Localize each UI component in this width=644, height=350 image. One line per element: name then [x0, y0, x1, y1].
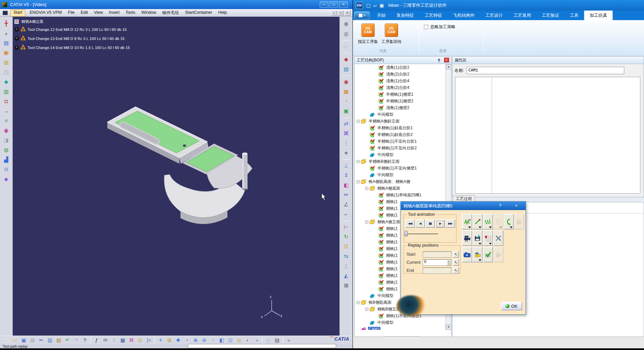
mdi-minimize-button[interactable]: –: [331, 10, 337, 15]
tree-item[interactable]: 半精铣(1)不定向台阶2: [355, 145, 446, 151]
tree-item[interactable]: 中间模型: [355, 171, 446, 178]
doc-icon[interactable]: ▯: [341, 261, 351, 270]
spinner-control[interactable]: ▲▼: [447, 260, 451, 265]
pick-position-button[interactable]: ↖: [453, 267, 459, 274]
stock-blocks-icon[interactable]: ▦: [341, 87, 351, 96]
panel-close-icon[interactable]: ×: [444, 58, 449, 62]
tree-item[interactable]: 精铣(1)单纯底凹槽1: [355, 192, 446, 198]
cut-icon[interactable]: ✂: [37, 336, 46, 344]
tree-item[interactable]: 半精铣(1)侧壁2: [355, 98, 446, 104]
catalog-book-icon[interactable]: ▣: [341, 106, 351, 115]
scale-icon[interactable]: ⇕: [341, 171, 351, 180]
half-box-icon[interactable]: ◨: [2, 136, 11, 145]
transfer-icon[interactable]: ⇄: [341, 119, 351, 128]
tab-工艺设计[interactable]: 工艺设计: [480, 11, 508, 20]
time-analysis-icon[interactable]: ◔: [341, 97, 351, 106]
catia-titlebar[interactable]: CATIA V5 - [Video] – □ ×: [0, 0, 353, 9]
tree-item-tool-change[interactable]: +Tool Change.13 End Mill D 8 Rc 3 L 100 …: [15, 34, 130, 43]
pan-icon[interactable]: ✚: [174, 336, 182, 344]
dropdown-arrow-icon[interactable]: [489, 243, 492, 245]
tab-加工仿真[interactable]: 加工仿真: [584, 10, 613, 20]
tab-开始[interactable]: 开始: [372, 11, 391, 20]
tree-item[interactable]: −半精铣B侧斜立面: [355, 158, 446, 165]
render-style-2-icon[interactable]: ◑: [252, 336, 261, 344]
undo-icon[interactable]: ↶: [63, 336, 72, 344]
menu-item-Insert[interactable]: Insert: [106, 9, 122, 16]
tree-item[interactable]: 清角(1)台阶2: [355, 64, 446, 71]
mdi-restore-button[interactable]: □: [338, 10, 344, 15]
save-doc-icon[interactable]: ▣: [378, 2, 385, 9]
tool-options-icon[interactable]: ◎: [341, 29, 351, 38]
video-record-icon[interactable]: [462, 230, 472, 246]
chat-icon[interactable]: ✉: [101, 336, 110, 344]
open-folder-icon[interactable]: ▱: [11, 336, 19, 344]
command-input[interactable]: [188, 344, 336, 348]
menu-item-Window[interactable]: Window: [138, 9, 159, 16]
opset-writeback-button[interactable]: UG CAM 工序集回传: [380, 22, 402, 51]
tool-cross-icon[interactable]: [493, 230, 503, 246]
fly-mode-icon[interactable]: ✈: [156, 336, 165, 344]
tray-icon[interactable]: ▥: [2, 87, 11, 96]
tab-复杂特征[interactable]: 复杂特征: [391, 11, 419, 20]
wheel-icon[interactable]: ◉: [2, 126, 11, 135]
update-icon[interactable]: ↻: [341, 232, 351, 241]
lock-icon[interactable]: Ω: [136, 336, 145, 344]
dropdown-arrow-icon[interactable]: [468, 227, 471, 228]
save-check-icon[interactable]: [483, 247, 493, 262]
menu-item-File[interactable]: File: [65, 9, 77, 16]
scroll-down-arrow[interactable]: ▼: [446, 324, 451, 330]
table-icon[interactable]: ▤: [273, 336, 281, 344]
pin-icon[interactable]: [437, 58, 441, 62]
animation-slider-track[interactable]: [406, 234, 438, 234]
gearbox-icon[interactable]: ⊠: [341, 281, 351, 290]
toolpath-zigzag-icon[interactable]: [462, 214, 472, 230]
scroll-up-arrow[interactable]: ▲: [446, 64, 451, 69]
grid-icon[interactable]: ▦: [118, 336, 127, 344]
tree-item[interactable]: 清角(1)侧壁2: [355, 104, 446, 111]
tree-item[interactable]: −精铣A侧底面: [355, 185, 446, 192]
copy-icon[interactable]: ▥: [46, 336, 54, 344]
tree-item[interactable]: 中间模型: [355, 151, 446, 158]
fit-all-icon[interactable]: ⊞: [165, 336, 174, 344]
struct-icon[interactable]: ⊢: [341, 222, 351, 232]
close-button[interactable]: ×: [339, 1, 348, 8]
name-input[interactable]: [467, 67, 624, 74]
field-input-start[interactable]: [423, 251, 451, 258]
stack-icon[interactable]: ≡: [2, 116, 11, 125]
new-doc-icon[interactable]: ▢: [365, 2, 372, 9]
menu-item-StartContainer[interactable]: StartContainer: [182, 9, 215, 16]
diamond-tool-icon[interactable]: ◆: [2, 77, 11, 86]
assign-opset-button[interactable]: UG CAM 指定工序集: [357, 22, 379, 51]
minimize-button[interactable]: –: [320, 1, 328, 8]
rotate-icon[interactable]: ◔: [182, 336, 191, 344]
axis-plane-icon[interactable]: ⊥: [341, 161, 351, 170]
redo-icon[interactable]: ↷: [72, 336, 80, 344]
save-icon[interactable]: ▣: [19, 336, 28, 344]
dialog-close-button[interactable]: ×: [513, 203, 520, 209]
arrow-op-icon[interactable]: →: [2, 106, 11, 115]
dropdown-arrow-icon[interactable]: [479, 227, 481, 228]
tree-item[interactable]: 中间模型: [355, 111, 446, 118]
tree-item[interactable]: 半精铣(1)不定向侧壁1: [355, 165, 446, 171]
checkbox-box[interactable]: [424, 25, 428, 29]
iso-view-icon[interactable]: ⊡: [226, 336, 235, 344]
tree-expander[interactable]: −: [357, 160, 360, 163]
box-icon[interactable]: ◳: [2, 67, 11, 77]
chart-icon[interactable]: ▟: [2, 155, 11, 164]
tree-item[interactable]: 中间模型: [355, 319, 446, 326]
tab-process[interactable]: 工艺过程: [453, 195, 475, 202]
toolpath-loop-icon[interactable]: [503, 214, 514, 230]
paste-icon[interactable]: ▧: [54, 336, 63, 344]
ignore-strategy-checkbox[interactable]: 忽略加工策略: [424, 24, 455, 30]
machine-op-icon[interactable]: ◆: [341, 55, 351, 64]
tab-工艺验证[interactable]: 工艺验证: [536, 11, 565, 20]
help-cursor-icon[interactable]: ?: [80, 336, 89, 344]
animation-slider-thumb[interactable]: [405, 231, 408, 236]
cylinder-view-icon[interactable]: ◎: [235, 336, 244, 344]
render-style-icon[interactable]: ◐: [244, 336, 252, 344]
axes-icon[interactable]: ╋: [2, 19, 11, 28]
ok-button[interactable]: OK: [501, 302, 522, 310]
rewind-button[interactable]: ◀◀: [405, 219, 415, 228]
field-input-end[interactable]: [423, 267, 451, 274]
tree-item-tool-change[interactable]: +Tool Change.12 End Mill D 12 Rc 3 L 100…: [15, 25, 130, 34]
